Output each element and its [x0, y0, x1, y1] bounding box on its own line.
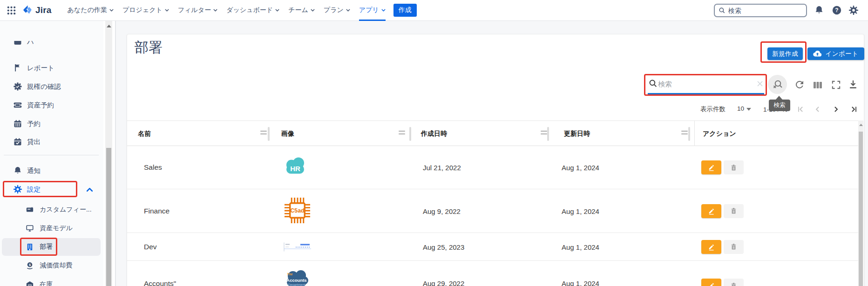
sidebar-item-report[interactable]: レポート	[0, 60, 103, 76]
table-row[interactable]: Dev Aug 25, 2023 Aug 1, 2024	[127, 233, 858, 261]
fullscreen-icon[interactable]	[831, 80, 842, 91]
download-icon[interactable]	[848, 79, 859, 90]
nav-menu: あなたの作業 プロジェクト フィルター ダッシュボード チーム プラン アプリ	[68, 0, 386, 21]
sidebar-item-inventory[interactable]: 在庫	[0, 276, 103, 286]
clear-input-icon[interactable]	[757, 80, 763, 87]
created-date: Aug 9, 2022	[423, 207, 461, 215]
pencil-icon	[707, 281, 716, 286]
nav-item-teams[interactable]: チーム	[288, 0, 315, 21]
table-search-input[interactable]	[658, 78, 751, 90]
sidebar-item-asset-models[interactable]: 資産モデル	[0, 220, 103, 237]
sidebar-item-booking[interactable]: 予約	[0, 115, 103, 132]
columns-icon[interactable]	[812, 80, 823, 91]
nav-item-filters[interactable]: フィルター	[178, 0, 217, 21]
scroll-up-arrow-icon[interactable]	[107, 25, 111, 27]
trash-icon	[730, 164, 738, 172]
delete-button[interactable]	[724, 204, 744, 218]
nav-item-dashboards[interactable]: ダッシュボード	[226, 0, 279, 21]
chip-logo-text: C5ad	[290, 207, 304, 213]
sidebar-item-custom-fields[interactable]: カスタムフィー...	[0, 201, 103, 218]
nav-item-plans[interactable]: プラン	[324, 0, 350, 21]
edit-button[interactable]	[701, 204, 721, 218]
sidebar-item-notifications[interactable]: 通知	[0, 162, 103, 179]
filter-icon[interactable]	[260, 129, 267, 138]
table-scrollbar[interactable]	[858, 120, 863, 286]
refresh-icon[interactable]	[794, 79, 805, 90]
settings-icon[interactable]	[848, 5, 859, 17]
sidebar-item-clipped[interactable]: ハ	[0, 41, 103, 54]
import-button[interactable]: インポート	[807, 47, 864, 60]
app-switcher-icon[interactable]	[7, 6, 16, 15]
jira-logo-text: Jira	[35, 5, 52, 15]
created-date: Jul 21, 2022	[423, 164, 461, 172]
column-header-name[interactable]: 名前	[138, 121, 151, 146]
new-department-button[interactable]: 新規作成	[767, 47, 803, 60]
column-header-created[interactable]: 作成日時	[421, 121, 447, 146]
sidebar-item-checkout[interactable]: 貸出	[0, 133, 103, 150]
first-page-icon[interactable]	[796, 105, 805, 114]
nav-item-apps[interactable]: アプリ	[359, 0, 386, 21]
sidebar-item-depreciation[interactable]: $ 減価償却費	[0, 257, 103, 274]
notifications-icon[interactable]	[814, 5, 824, 17]
sidebar-item-departments[interactable]: 部署	[0, 239, 103, 255]
column-resize-handle[interactable]	[688, 127, 690, 141]
table-row[interactable]: Accounts" TheAccountsDepartment Aug 29, …	[127, 261, 858, 286]
next-page-icon[interactable]	[831, 105, 841, 114]
table-row[interactable]: Finance C5ad Aug 9, 2022 Aug 1, 2024	[127, 189, 858, 233]
sidebar-scrollbar[interactable]	[105, 21, 112, 286]
sidebar-divider	[4, 155, 99, 155]
toggle-search-button[interactable]	[768, 75, 787, 94]
nav-item-projects[interactable]: プロジェクト	[122, 0, 169, 21]
previous-page-icon[interactable]	[813, 105, 822, 114]
jira-logo[interactable]: Jira	[22, 5, 52, 16]
department-name: Dev	[144, 243, 157, 251]
monitor-icon	[26, 224, 34, 233]
create-button[interactable]: 作成	[393, 4, 417, 17]
table-search-icon	[649, 79, 658, 88]
column-resize-handle[interactable]	[268, 127, 270, 141]
edit-button[interactable]	[701, 279, 721, 286]
chevron-down-icon	[165, 9, 169, 12]
pencil-icon	[707, 243, 716, 251]
delete-button[interactable]	[724, 240, 744, 254]
bell-icon	[13, 166, 22, 175]
chevron-down-icon	[275, 9, 279, 12]
sidebar-scrollbar-thumb[interactable]	[106, 148, 111, 286]
rows-per-page-select[interactable]: 10	[737, 105, 744, 112]
department-image-chip: C5ad	[284, 197, 311, 226]
column-resize-handle[interactable]	[409, 127, 411, 141]
flag-icon	[13, 63, 22, 73]
column-resize-handle[interactable]	[547, 127, 549, 141]
last-page-icon[interactable]	[849, 105, 859, 114]
seal-check-icon	[13, 82, 22, 91]
chevron-down-icon[interactable]	[746, 108, 751, 111]
nav-item-your-work[interactable]: あなたの作業	[68, 0, 114, 21]
calendar-icon	[13, 119, 22, 128]
top-navigation: Jira あなたの作業 プロジェクト フィルター ダッシュボード チーム プラン…	[0, 0, 868, 21]
scroll-up-arrow-icon[interactable]	[859, 124, 863, 126]
global-search[interactable]	[714, 4, 807, 17]
sidebar: ハ レポート 親権の確認 資産予約 予約 貸出 通知 設定	[0, 21, 103, 286]
chevron-up-icon[interactable]	[87, 185, 93, 193]
delete-button[interactable]	[724, 279, 744, 286]
help-icon[interactable]: ?	[832, 5, 842, 17]
edit-button[interactable]	[701, 240, 721, 254]
filter-icon[interactable]	[399, 129, 406, 138]
clipped-icon	[13, 41, 22, 47]
table-scrollbar-thumb[interactable]	[859, 132, 863, 286]
filter-icon[interactable]	[541, 129, 548, 138]
filter-icon[interactable]	[681, 129, 688, 138]
table-row[interactable]: Sales HR Jul 21, 2022 Aug 1, 2024	[127, 146, 858, 189]
page-title: 部署	[135, 38, 163, 57]
updated-date: Aug 1, 2024	[562, 279, 599, 286]
column-header-updated[interactable]: 更新日時	[564, 121, 590, 146]
global-search-input[interactable]	[728, 7, 793, 14]
sidebar-item-checkin[interactable]: 親権の確認	[0, 78, 103, 95]
sidebar-item-asset-booking[interactable]: 資産予約	[0, 97, 103, 113]
updated-date: Aug 1, 2024	[562, 243, 599, 251]
gear-icon	[13, 185, 22, 194]
sidebar-item-settings[interactable]: 設定	[0, 181, 103, 198]
edit-button[interactable]	[701, 160, 721, 174]
delete-button[interactable]	[724, 160, 744, 174]
column-header-image[interactable]: 画像	[281, 121, 294, 146]
